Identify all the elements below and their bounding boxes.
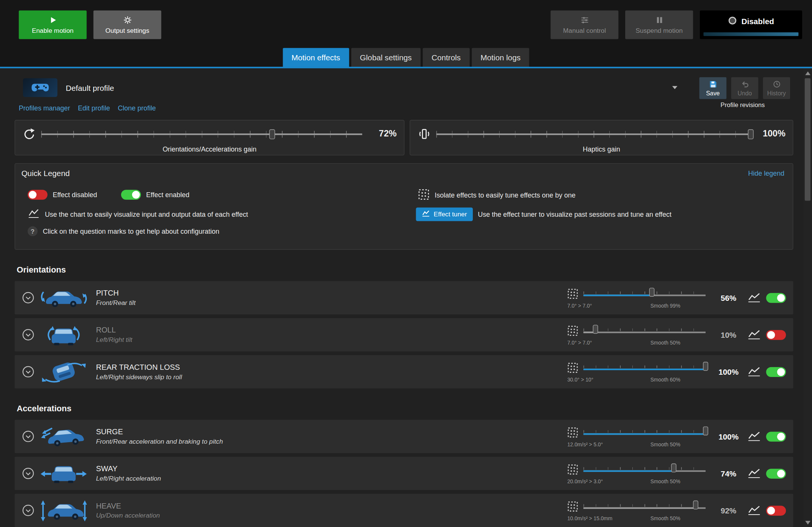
haptics-gain-label: Haptics gain [417,146,787,153]
edit-profile-link[interactable]: Edit profile [78,104,110,113]
slider-thumb[interactable] [703,426,708,435]
tab-motion-logs[interactable]: Motion logs [472,48,529,67]
orientations-gain-slider[interactable] [41,130,362,137]
isolate-effect-icon[interactable] [567,464,578,475]
expand-chevron-icon[interactable] [22,366,35,378]
slider-thumb[interactable] [703,362,708,371]
enable-motion-button[interactable]: Enable motion [19,11,87,39]
expand-chevron-icon[interactable] [22,328,35,341]
effect-percent-value: 56% [715,293,742,302]
tab-controls[interactable]: Controls [423,48,469,67]
hide-legend-link[interactable]: Hide legend [748,170,784,178]
tab-bar: Motion effects Global settings Controls … [0,48,812,67]
isolate-effect-icon[interactable] [567,325,578,336]
effect-toggle[interactable] [766,367,786,377]
isolate-effect-icon[interactable] [567,288,578,299]
effect-enabled-label: Effect enabled [146,191,189,199]
vertical-scrollbar[interactable] [803,68,812,527]
effect-gain-slider[interactable] [583,365,706,370]
manual-control-button[interactable]: Manual control [551,11,618,39]
expand-chevron-icon[interactable] [22,291,35,304]
effect-smooth-label: Smooth 50% [621,479,709,484]
suspend-motion-button[interactable]: Suspend motion [625,11,693,39]
haptics-vibration-icon [417,128,432,140]
chart-icon[interactable] [748,367,760,377]
scroll-down-icon[interactable] [805,521,810,525]
output-settings-button[interactable]: Output settings [94,11,161,39]
save-profile-button[interactable]: Save [699,77,726,99]
effect-toggle[interactable] [766,330,786,340]
save-label: Save [706,90,720,97]
manual-control-label: Manual control [563,27,606,34]
effect-tuner-label: Effect tuner [434,211,467,218]
gain-row: 72% Orientations/Accelerations gain [15,120,794,155]
effect-car-icon [38,323,90,347]
scrollbar-thumb[interactable] [805,78,810,201]
effect-toggle[interactable] [766,469,786,478]
scroll-up-icon[interactable] [805,71,810,75]
isolate-effect-icon[interactable] [567,427,578,438]
chart-icon[interactable] [748,330,760,340]
effect-car-icon [38,424,90,449]
question-mark-icon: ? [28,226,37,236]
status-circle-icon [728,16,737,26]
effect-toggle[interactable] [766,432,786,441]
chart-icon[interactable] [748,432,760,441]
clone-profile-link[interactable]: Clone profile [118,104,156,113]
effect-gain-slider[interactable] [583,328,706,333]
effect-gain-slider[interactable] [583,291,706,296]
motion-status-button[interactable]: Disabled [700,11,802,39]
effect-controls: 7.0° > 7.0° Smooth 99% 56% [567,287,786,309]
effect-percent-value: 74% [715,469,742,478]
gear-icon [123,15,132,25]
haptics-gain-slider[interactable] [436,130,751,137]
effect-name: SURGE [96,427,567,436]
legend-tuner-row: Effect tuner Use the effect tuner to vis… [416,207,671,221]
effect-text: SWAY Left/Right acceleration [96,464,567,482]
slider-thumb[interactable] [649,288,655,297]
expand-chevron-icon[interactable] [22,467,35,480]
chart-icon[interactable] [748,469,760,478]
chart-icon [28,208,40,220]
slider-thumb[interactable] [269,129,275,139]
history-label: History [767,90,786,97]
gamepad-icon [23,78,57,97]
undo-button[interactable]: Undo [731,77,758,99]
profiles-manager-link[interactable]: Profiles manager [19,104,70,113]
effect-description: Left/Right tilt [96,336,567,343]
isolate-effect-icon[interactable] [567,501,578,512]
slider-thumb[interactable] [748,129,754,139]
chevron-down-icon[interactable] [672,86,677,89]
effect-text: HEAVE Up/Down acceleration [96,502,567,519]
expand-chevron-icon[interactable] [22,504,35,516]
chart-icon[interactable] [748,506,760,515]
effect-gain-slider[interactable] [583,430,706,434]
slider-thumb[interactable] [593,325,598,334]
expand-chevron-icon[interactable] [22,430,35,443]
effect-text: PITCH Front/Rear tilt [96,289,567,306]
slider-thumb[interactable] [693,500,698,509]
chart-icon[interactable] [748,293,760,302]
effect-car-icon [38,498,90,522]
effect-toggle[interactable] [766,293,786,303]
effect-controls: 12.0m/s² > 5.0° Smooth 50% 100% [567,426,786,447]
slider-ticks [41,130,362,133]
effect-tuner-button[interactable]: Effect tuner [416,207,472,221]
effect-text: REAR TRACTION LOSS Left/Right sideways s… [96,363,567,381]
quick-legend-title: Quick Legend [22,169,70,178]
enable-motion-label: Enable motion [32,27,74,34]
effect-toggle[interactable] [766,506,786,515]
effect-controls: 10.0m/s² > 15.0mm Smooth 50% 92% [567,499,786,521]
rotation-icon [22,127,37,141]
tab-motion-effects[interactable]: Motion effects [283,48,349,67]
tab-global-settings[interactable]: Global settings [351,48,420,67]
isolate-effect-icon[interactable] [567,362,578,373]
effect-range-label: 12.0m/s² > 5.0° [567,441,621,447]
effect-disabled-toggle-example [28,190,48,199]
effect-range-label: 7.0° > 7.0° [567,340,621,346]
slider-thumb[interactable] [671,463,677,472]
effect-gain-slider[interactable] [583,504,706,509]
slider-fill [583,294,652,296]
history-button[interactable]: History [763,77,790,99]
effect-gain-slider[interactable] [583,467,706,472]
